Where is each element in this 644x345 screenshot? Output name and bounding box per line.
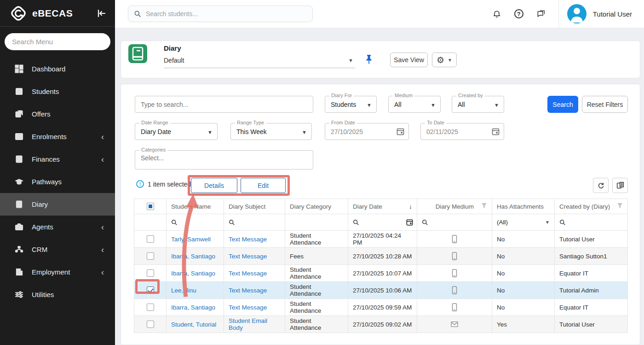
sidebar-collapse-icon[interactable] [96,8,107,19]
filter-diary-date[interactable] [348,214,417,231]
sidebar-item-employment[interactable]: Employment ‹ [0,261,115,283]
avatar[interactable] [567,4,586,23]
col-diary-date[interactable]: Diary Date↓ [348,199,417,214]
row-checkbox[interactable] [147,252,154,260]
row-checkbox[interactable] [147,304,154,311]
filter-diary-category[interactable] [285,214,348,231]
sidebar-item-label: CRM [32,246,101,253]
student-search-input[interactable] [146,10,307,18]
sidebar-item-label: Utilities [32,291,104,298]
chevron-down-icon: ▼ [431,102,436,108]
sidebar-item-finances[interactable]: $ Finances ‹ [0,148,115,170]
diary-date-cell: 27/10/2025 09:02 AM [348,316,417,333]
reset-filters-button[interactable]: Reset Filters [582,96,628,113]
sidebar-item-pathways[interactable]: Pathways ‹ [0,170,115,193]
sidebar-item-label: Agents [32,223,101,231]
refresh-button[interactable] [593,178,609,193]
created-by-label: Created by [456,93,485,98]
select-all-checkbox[interactable] [147,203,154,210]
students-icon [14,87,24,97]
categories-select[interactable]: Categories Select... [135,150,313,170]
edit-button[interactable]: Edit [241,178,286,193]
col-student-name[interactable]: Student Name [167,199,224,214]
sidebar-item-label: Employment [32,268,101,276]
main-area: ? Tutorial User Diary Default [115,0,644,345]
col-has-attachments[interactable]: Has Attachments [492,199,555,214]
diary-subject-link[interactable]: Text Message [229,304,267,311]
diary-for-select[interactable]: Diary For Students ▼ [325,96,377,113]
calendar-icon[interactable] [397,128,404,135]
filter-funnel-icon[interactable] [617,203,623,210]
student-name-link[interactable]: Ibarra, Santiago [171,270,215,277]
sidebar-item-enrolments[interactable]: Enrolments ‹ [0,125,115,148]
pin-icon[interactable] [364,54,374,65]
student-name-link[interactable]: Student, Tutorial [171,321,216,328]
settings-button[interactable]: ⚙ ▼ [432,53,457,67]
diary-table: Student Name Diary Subject Diary Categor… [134,199,627,333]
filter-funnel-icon[interactable] [481,203,487,210]
medium-select[interactable]: Medium All ▼ [388,96,441,113]
filter-diary-subject[interactable] [224,214,285,231]
chat-icon[interactable] [535,8,546,19]
table-row[interactable]: Ibarra, Santiago Text Message Student At… [134,299,627,316]
filter-created-by[interactable] [555,214,628,231]
calendar-icon[interactable] [492,128,500,135]
diary-subject-link[interactable]: Text Message [229,270,267,277]
sidebar-item-offers[interactable]: Offers ‹ [0,103,115,125]
student-name-link[interactable]: Ibarra, Santiago [171,304,215,311]
range-type-select[interactable]: Range Type This Week ▼ [230,123,312,140]
student-search [128,6,313,22]
chevron-down-icon: ▼ [494,102,499,108]
calendar-icon[interactable] [406,219,413,226]
filter-diary-medium[interactable] [417,214,492,231]
col-diary-subject[interactable]: Diary Subject [224,199,285,214]
help-icon[interactable]: ? [513,8,524,19]
table-row[interactable]: Ibarra, Santiago Text Message Student At… [134,265,627,282]
ebecas-logo-icon [10,5,27,22]
sidebar-item-dashboard[interactable]: Dashboard ‹ [0,58,115,80]
sidebar-item-crm[interactable]: CRM ‹ [0,238,115,261]
sidebar-item-label: Diary [32,200,104,208]
filter-has-attachments[interactable]: (All)▼ [492,214,555,231]
col-diary-category[interactable]: Diary Category [285,199,348,214]
row-checkbox[interactable] [147,287,154,294]
row-checkbox[interactable] [147,269,154,277]
col-created-by[interactable]: Created by (Diary) [555,199,628,214]
table-row[interactable]: Ibarra, Santiago Text Message Fees 27/10… [134,248,627,265]
row-checkbox[interactable] [147,235,154,243]
student-name-link[interactable]: Lee, Jinu [171,287,196,294]
diary-subject-link[interactable]: Text Message [229,236,267,243]
student-name-link[interactable]: Tarly, Samwell [171,236,211,243]
table-row[interactable]: Tarly, Samwell Text Message Student Atte… [134,231,627,248]
search-button[interactable]: Search [547,96,578,113]
export-data-icon[interactable] [612,178,628,193]
table-header-row: Student Name Diary Subject Diary Categor… [134,199,627,214]
date-range-select[interactable]: Date Range Diary Date ▼ [135,123,218,140]
sidebar-item-diary[interactable]: Diary ‹ [0,193,115,216]
diary-date-cell: 27/10/2025 09:59 AM [348,299,417,316]
details-button[interactable]: Details [191,178,237,193]
diary-subject-link[interactable]: Student Email Body [229,317,280,331]
quick-search-field[interactable]: Type to search... [135,96,313,113]
diary-subject-link[interactable]: Text Message [229,253,267,260]
student-name-link[interactable]: Ibarra, Santiago [171,253,215,260]
filter-student-name[interactable] [167,214,224,231]
diary-subject-link[interactable]: Text Message [229,287,267,294]
row-checkbox[interactable] [147,321,154,328]
select-all-cell[interactable] [134,199,167,214]
sidebar-item-agents[interactable]: Agents ‹ [0,216,115,238]
from-date-field[interactable]: From Date 27/10/2025 [325,123,409,140]
save-view-button[interactable]: Save View [390,53,428,67]
sidebar-item-label: Enrolments [32,133,101,140]
sidebar-item-utilities[interactable]: Utilities ‹ [0,283,115,306]
menu-search-input[interactable] [5,33,110,50]
diary-list-card: Type to search... Diary For Students ▼ M… [121,84,640,345]
bell-icon[interactable] [491,8,502,19]
view-selector[interactable]: Default ▼ [164,56,355,68]
col-diary-medium[interactable]: Diary Medium [417,199,492,214]
table-row[interactable]: Student, Tutorial Student Email Body Stu… [134,316,627,333]
table-row-selected[interactable]: Lee, Jinu Text Message Student Attendanc… [134,282,627,299]
to-date-field[interactable]: To Date 02/11/2025 [420,123,504,140]
sidebar-item-students[interactable]: Students ‹ [0,80,115,103]
created-by-select[interactable]: Created by All ▼ [452,96,504,113]
